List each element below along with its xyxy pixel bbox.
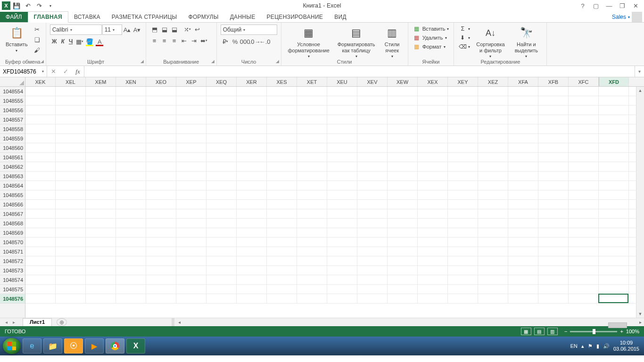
cell[interactable]	[508, 96, 538, 105]
cell[interactable]	[448, 172, 478, 181]
cell[interactable]	[388, 256, 418, 265]
tab-review[interactable]: РЕЦЕНЗИРОВАНИЕ	[261, 12, 329, 22]
cell[interactable]	[357, 181, 388, 190]
cell[interactable]	[297, 153, 327, 162]
cell[interactable]	[56, 172, 86, 181]
cell[interactable]	[599, 219, 629, 228]
cell[interactable]	[599, 106, 629, 115]
cell[interactable]	[418, 219, 448, 228]
cell[interactable]	[86, 172, 116, 181]
cell[interactable]	[297, 181, 327, 190]
cell[interactable]	[146, 106, 176, 115]
sheet-nav-prev[interactable]: ▸	[10, 320, 17, 325]
cell[interactable]	[478, 106, 508, 115]
cell[interactable]	[116, 162, 146, 171]
decrease-decimal-button[interactable]: ←.0	[260, 37, 270, 46]
taskbar-media-player[interactable]: ▶	[85, 338, 104, 354]
cell[interactable]	[448, 153, 478, 162]
cell[interactable]	[418, 96, 448, 105]
cell[interactable]	[599, 134, 629, 143]
cell[interactable]	[237, 115, 267, 124]
cell[interactable]	[388, 134, 418, 143]
cell[interactable]	[388, 153, 418, 162]
cell[interactable]	[297, 106, 327, 115]
cell[interactable]	[146, 134, 176, 143]
cell[interactable]	[146, 247, 176, 256]
cell[interactable]	[448, 96, 478, 105]
row-header[interactable]: 1048556	[0, 106, 25, 115]
cell[interactable]	[388, 124, 418, 133]
column-header[interactable]: XEZ	[478, 77, 508, 86]
cell[interactable]	[327, 294, 357, 303]
cell[interactable]	[569, 143, 599, 152]
cell[interactable]	[418, 143, 448, 152]
cell[interactable]	[538, 209, 569, 218]
cell[interactable]	[56, 115, 86, 124]
cell[interactable]	[86, 294, 116, 303]
cell[interactable]	[538, 106, 569, 115]
cell[interactable]	[327, 285, 357, 294]
underline-button[interactable]: Ч	[67, 37, 74, 46]
cell[interactable]	[508, 106, 538, 115]
insert-function-button[interactable]: fx	[72, 68, 84, 75]
cell[interactable]	[327, 87, 357, 96]
cell[interactable]	[206, 115, 237, 124]
cell[interactable]	[327, 106, 357, 115]
cell[interactable]	[267, 275, 297, 284]
comma-style-button[interactable]: 000	[240, 37, 250, 46]
cell[interactable]	[508, 124, 538, 133]
cell[interactable]	[267, 87, 297, 96]
cell[interactable]	[478, 228, 508, 237]
cell[interactable]	[267, 96, 297, 105]
cell[interactable]	[418, 124, 448, 133]
cell[interactable]	[86, 153, 116, 162]
cell[interactable]	[86, 266, 116, 275]
cell[interactable]	[267, 190, 297, 199]
cell[interactable]	[448, 219, 478, 228]
cell[interactable]	[237, 96, 267, 105]
row-header[interactable]: 1048555	[0, 96, 25, 106]
cell[interactable]	[146, 285, 176, 294]
select-all-button[interactable]	[0, 77, 25, 86]
column-header[interactable]: XEO	[146, 77, 176, 86]
cell[interactable]	[448, 209, 478, 218]
cell[interactable]	[448, 87, 478, 96]
save-button[interactable]: 💾	[11, 1, 22, 10]
cell[interactable]	[206, 247, 237, 256]
cell[interactable]	[176, 247, 206, 256]
cell[interactable]	[418, 266, 448, 275]
cell[interactable]	[508, 275, 538, 284]
cell[interactable]	[478, 256, 508, 265]
cell[interactable]	[146, 294, 176, 303]
cell[interactable]	[508, 190, 538, 199]
cell[interactable]	[86, 228, 116, 237]
cell[interactable]	[116, 200, 146, 209]
cell[interactable]	[206, 153, 237, 162]
cell[interactable]	[388, 87, 418, 96]
column-header[interactable]: XFB	[538, 77, 569, 86]
cell[interactable]	[206, 87, 237, 96]
cell[interactable]	[206, 275, 237, 284]
cell[interactable]	[297, 256, 327, 265]
cell[interactable]	[116, 275, 146, 284]
cell[interactable]	[86, 247, 116, 256]
cell[interactable]	[176, 124, 206, 133]
cell[interactable]	[176, 96, 206, 105]
scroll-left-button[interactable]: ◂	[175, 320, 183, 325]
cell[interactable]	[56, 200, 86, 209]
cell[interactable]	[56, 96, 86, 105]
cell[interactable]	[569, 285, 599, 294]
cell[interactable]	[448, 238, 478, 247]
row-header[interactable]: 1048560	[0, 143, 25, 153]
row-header[interactable]: 1048573	[0, 266, 25, 275]
cell[interactable]	[25, 256, 56, 265]
bold-button[interactable]: Ж	[50, 37, 59, 46]
cell[interactable]	[478, 190, 508, 199]
align-left-button[interactable]: ≡	[150, 36, 159, 45]
cell[interactable]	[56, 256, 86, 265]
cell[interactable]	[176, 134, 206, 143]
cell[interactable]	[478, 247, 508, 256]
row-header[interactable]: 1048569	[0, 228, 25, 238]
tab-scroll-splitter[interactable]	[172, 318, 174, 326]
cell[interactable]	[569, 238, 599, 247]
